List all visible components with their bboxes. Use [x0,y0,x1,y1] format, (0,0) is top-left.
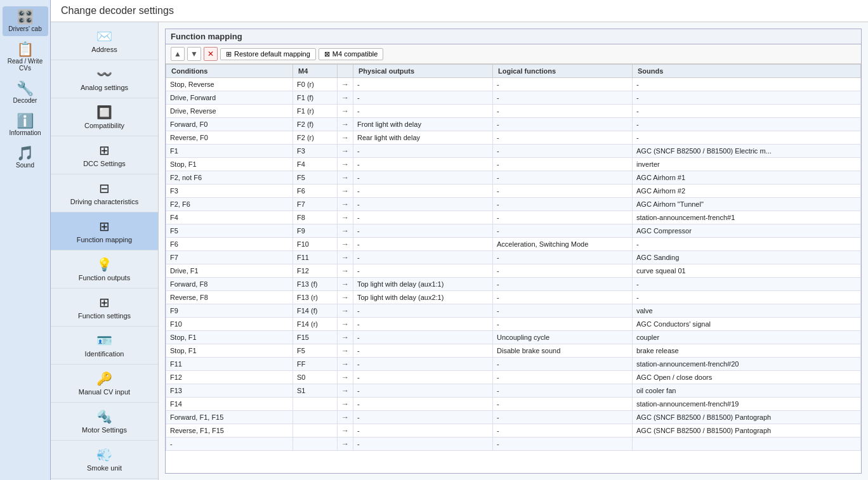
cell-arrow: → [338,371,353,384]
cell-logical: - [493,304,633,318]
table-row[interactable]: F10F14 (r)→--AGC Conductors' signal [166,318,861,331]
cell-conditions: Drive, Reverse [166,105,293,118]
nav-item-function-mapping[interactable]: ⊞ Function mapping [51,212,158,250]
cell-physical: - [353,358,493,371]
table-container[interactable]: Conditions M4 Physical outputs Logical f… [166,64,861,473]
table-row[interactable]: Forward, F0F2 (f)→Front light with delay… [166,118,861,131]
move-up-button[interactable]: ▲ [171,47,185,61]
cell-m4: F0 (r) [293,78,338,91]
cell-m4: F5 [293,171,338,185]
cell-conditions: Forward, F0 [166,118,293,131]
table-row[interactable]: Forward, F1, F15→--AGC (SNCF B82500 / B8… [166,411,861,424]
delete-button[interactable]: ✕ [204,47,218,61]
table-row[interactable]: F1F3→--AGC (SNCF B82500 / B81500) Electr… [166,145,861,158]
table-row[interactable]: Forward, F8F13 (f)→Top light with delay … [166,278,861,291]
nav-item-function-settings[interactable]: ⊞ Function settings [51,289,158,327]
table-header-row: Conditions M4 Physical outputs Logical f… [166,65,861,78]
cell-sounds: curve squeal 01 [633,264,861,278]
table-row[interactable]: F4F8→--station-announcement-french#1 [166,211,861,224]
smoke-icon: 💨 [96,447,112,462]
table-row[interactable]: Reverse, F1, F15→--AGC (SNCF B82500 / B8… [166,424,861,438]
cell-conditions: F4 [166,211,293,224]
function-mapping-icon: ⊞ [99,219,110,234]
nav-item-label: Driving characteristics [70,198,139,205]
table-row[interactable]: Stop, ReverseF0 (r)→--- [166,78,861,91]
cell-conditions: Stop, Reverse [166,78,293,91]
cell-conditions: F6 [166,238,293,251]
cell-conditions: F9 [166,304,293,318]
table-row[interactable]: F2, not F6F5→--AGC Airhorn #1 [166,171,861,185]
table-row[interactable]: Reverse, F0F2 (r)→Rear light with delay-… [166,131,861,145]
cell-sounds: AGC (SNCF B82500 / B81500) Pantograph [633,411,861,424]
nav-item-dcc-settings[interactable]: ⊞ DCC Settings [51,136,158,174]
sidebar-item-label: Read / Write CVs [5,58,46,72]
cell-arrow: → [338,291,353,304]
table-row[interactable]: F7F11→--AGC Sanding [166,251,861,264]
table-row[interactable]: Stop, F1F5→-Disable brake soundbrake rel… [166,344,861,358]
sidebar-item-read-write[interactable]: 📋 Read / Write CVs [3,39,48,75]
cell-logical: - [493,105,633,118]
nav-item-manual-cv[interactable]: 🔑 Manual CV input [51,365,158,403]
sidebar-item-label: Information [9,129,41,136]
cell-physical: - [353,304,493,318]
nav-item-compatibility[interactable]: 🔲 Compatibility [51,98,158,136]
sidebar-item-drivers-cab[interactable]: 🎛️ Drivers' cab [3,6,48,36]
cell-physical: Top light with delay (aux1:1) [353,278,493,291]
move-down-button[interactable]: ▼ [187,47,201,61]
cell-m4: F6 [293,185,338,198]
cell-conditions: F10 [166,318,293,331]
m4-compatible-button[interactable]: ⊠ M4 compatible [319,48,384,60]
cell-logical: - [493,278,633,291]
table-row[interactable]: F11FF→--station-announcement-french#20 [166,358,861,371]
cell-sounds: coupler [633,331,861,344]
table-row[interactable]: F6F10→-Acceleration, Switching Mode- [166,238,861,251]
table-row[interactable]: Drive, F1F12→--curve squeal 01 [166,264,861,278]
cell-conditions: Stop, F1 [166,158,293,171]
cell-arrow: → [338,224,353,238]
table-row[interactable]: Reverse, F8F13 (r)→Top light with delay … [166,291,861,304]
cell-conditions: F11 [166,358,293,371]
cell-physical: - [353,211,493,224]
table-row[interactable]: F3F6→--AGC Airhorn #2 [166,185,861,198]
cell-physical: Top light with delay (aux2:1) [353,291,493,304]
table-row[interactable]: F2, F6F7→--AGC Airhorn "Tunnel" [166,198,861,211]
nav-item-address[interactable]: ✉️ Address [51,22,158,60]
table-row[interactable]: Drive, ReverseF1 (r)→--- [166,105,861,118]
nav-item-motor-settings[interactable]: 🔩 Motor Settings [51,403,158,441]
sidebar-item-information[interactable]: ℹ️ Information [3,110,48,140]
nav-item-smoke-unit[interactable]: 💨 Smoke unit [51,441,158,479]
table-row[interactable]: -→-- [166,438,861,451]
nav-item-label: Address [91,46,117,53]
cell-physical: - [353,264,493,278]
nav-item-function-outputs[interactable]: 💡 Function outputs [51,250,158,289]
nav-item-identification[interactable]: 🪪 Identification [51,327,158,365]
cell-sounds: AGC (SNCF B82500 / B81500) Pantograph [633,424,861,438]
nav-item-label: Motor Settings [82,426,127,434]
table-row[interactable]: F13S1→--oil cooler fan [166,384,861,398]
cell-arrow: → [338,185,353,198]
restore-default-button[interactable]: ⊞ Restore default mapping [220,48,316,60]
table-row[interactable]: F5F9→--AGC Compressor [166,224,861,238]
cell-arrow: → [338,78,353,91]
cell-conditions: Reverse, F1, F15 [166,424,293,438]
table-row[interactable]: Drive, ForwardF1 (f)→--- [166,91,861,105]
cell-arrow: → [338,131,353,145]
table-row[interactable]: Stop, F1F4→--inverter [166,158,861,171]
nav-item-driving-characteristics[interactable]: ⊟ Driving characteristics [51,174,158,212]
table-row[interactable]: F14→--station-announcement-french#19 [166,398,861,411]
table-row[interactable]: F9F14 (f)→--valve [166,304,861,318]
sidebar-item-decoder[interactable]: 🔧 Decoder [3,78,48,108]
nav-item-analog-settings[interactable]: 〰️ Analog settings [51,60,158,98]
delete-icon: ✕ [207,49,214,58]
cell-physical: - [353,384,493,398]
read-write-icon: 📋 [16,42,34,56]
cell-physical: - [353,105,493,118]
table-row[interactable]: Stop, F1F15→-Uncoupling cyclecoupler [166,331,861,344]
sidebar-item-sound[interactable]: 🎵 Sound [3,143,48,172]
cell-arrow: → [338,145,353,158]
driving-icon: ⊟ [99,181,110,196]
table-row[interactable]: F12S0→--AGC Open / close doors [166,371,861,384]
manual-cv-icon: 🔑 [96,371,112,386]
col-header-physical: Physical outputs [353,65,493,78]
cell-arrow: → [338,211,353,224]
